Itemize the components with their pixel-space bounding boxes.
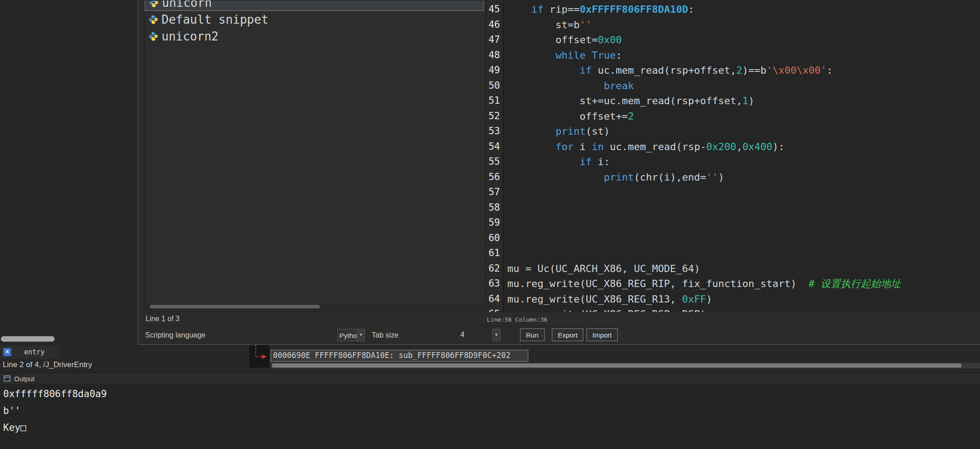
code-token: 0xFF — [682, 293, 706, 305]
language-select-value: Python — [338, 329, 357, 341]
tab-entry[interactable]: × entry — [1, 346, 60, 358]
code-line[interactable]: 54 for i in uc.mem_read(rsp-0x200,0x400)… — [486, 139, 901, 155]
scripting-language-label: Scripting language — [145, 331, 206, 339]
code-line[interactable]: 49 if uc.mem_read(rsp+offset,2)==b'\x00\… — [486, 63, 901, 78]
code-text: while True: — [503, 48, 622, 63]
code-line[interactable]: 57 — [486, 185, 901, 200]
close-tab-icon[interactable]: × — [3, 348, 11, 356]
chevron-down-icon[interactable]: ▼ — [492, 329, 500, 341]
line-number: 65 — [486, 307, 503, 312]
code-token: print — [556, 126, 586, 137]
tab-size-value[interactable]: 4 — [460, 331, 465, 339]
code-token: mu.reg_write(UC_X86_REG_RIP, fix_functio… — [507, 278, 808, 289]
export-button[interactable]: Export — [552, 328, 583, 341]
code-token: 1 — [743, 95, 748, 106]
code-text: print(chr(i),end='') — [503, 170, 724, 185]
snippet-list-status: Line 1 of 3 — [146, 315, 180, 323]
code-token: print — [604, 172, 634, 183]
disasm-address-hint: 0000690E FFFFF806FF8DA10E: sub_FFFFF806F… — [271, 350, 528, 362]
snippet-list-item[interactable]: unicorn — [145, 0, 484, 11]
code-line[interactable]: 62mu = Uc(UC_ARCH_X86, UC_MODE_64) — [486, 261, 901, 277]
script-editor[interactable]: 45 if rip==0xFFFFF806FF8DA10D:46 st=b''4… — [486, 0, 980, 312]
code-text — [503, 246, 507, 261]
code-line[interactable]: 63mu.reg_write(UC_X86_REG_RIP, fix_funct… — [486, 276, 901, 292]
output-line: Key□ — [0, 419, 980, 436]
code-text: mu.reg_write(UC_X86_REG_RSP, RSP) — [503, 307, 706, 312]
cursor-position-status: Line:56 Column:36 — [487, 316, 547, 323]
code-line[interactable]: 64mu.reg_write(UC_X86_REG_R13, 0xFF) — [486, 292, 901, 307]
code-line[interactable]: 60 — [486, 231, 901, 246]
output-panel[interactable]: 0xfffff806ff8da0a9b''Key□ — [0, 384, 980, 449]
import-button[interactable]: Import — [586, 328, 618, 341]
code-text — [503, 185, 507, 200]
output-line: b'' — [0, 403, 980, 419]
code-line[interactable]: 51 st+=uc.mem_read(rsp+offset,1) — [486, 93, 901, 109]
code-line[interactable]: 56 print(chr(i),end='') — [486, 170, 901, 185]
snippet-list-item[interactable]: Default snippet — [145, 11, 484, 28]
code-token: ): — [773, 141, 785, 152]
code-token: mu = Uc(UC_ARCH_X86, UC_MODE_64) — [507, 263, 700, 274]
line-number: 51 — [486, 93, 503, 109]
scrollbar-handle[interactable] — [272, 363, 961, 368]
snippet-list-item[interactable]: unicorn2 — [145, 28, 484, 45]
code-line[interactable]: 45 if rip==0xFFFFF806FF8DA10D: — [486, 2, 901, 17]
code-lines: 45 if rip==0xFFFFF806FF8DA10D:46 st=b''4… — [486, 2, 901, 312]
scrollbar-handle[interactable] — [150, 305, 320, 308]
code-line[interactable]: 47 offset=0x00 — [486, 32, 901, 48]
snippet-list[interactable]: unicornDefault snippetunicorn2 — [144, 0, 485, 311]
code-line[interactable]: 55 if i: — [486, 154, 901, 170]
code-line[interactable]: 53 print(st) — [486, 124, 901, 139]
code-token: break — [604, 80, 634, 91]
line-number: 60 — [486, 231, 503, 246]
code-text: if uc.mem_read(rsp+offset,2)==b'\x00\x00… — [503, 63, 833, 78]
code-token: 0x00 — [598, 34, 622, 45]
code-token: i: — [591, 156, 610, 167]
code-text: offset=0x00 — [503, 32, 622, 48]
code-line[interactable]: 50 break — [486, 78, 901, 94]
line-number: 56 — [486, 170, 503, 185]
line-number: 54 — [486, 139, 503, 155]
code-line[interactable]: 61 — [486, 246, 901, 261]
code-text: for i in uc.mem_read(rsp-0x200,0x400): — [503, 139, 784, 155]
code-line[interactable]: 65mu.reg_write(UC_X86_REG_RSP, RSP) — [486, 307, 901, 312]
snippet-item-label: Default snippet — [162, 13, 268, 26]
python-icon — [149, 0, 159, 8]
tab-size-label: Tab size — [372, 331, 399, 339]
code-line[interactable]: 46 st=b'' — [486, 17, 901, 33]
code-text — [503, 215, 507, 231]
disasm-hscrollbar[interactable] — [271, 363, 980, 368]
code-token: 0x200 — [706, 141, 736, 152]
code-line[interactable]: 48 while True: — [486, 48, 901, 63]
code-token: '' — [580, 19, 592, 30]
code-token: )==b — [743, 65, 767, 76]
code-line[interactable]: 59 — [486, 215, 901, 231]
snippet-list-hscrollbar[interactable] — [146, 303, 483, 310]
code-token: uc.mem_read(rsp- — [604, 141, 706, 152]
code-token: 2 — [628, 111, 634, 122]
python-icon — [148, 31, 158, 41]
run-button[interactable]: Run — [520, 328, 545, 341]
code-token — [507, 172, 604, 183]
line-number: 62 — [486, 261, 503, 277]
language-select[interactable]: Python ▼ — [338, 329, 365, 341]
code-token: st+=uc.mem_read(rsp+offset, — [507, 95, 743, 106]
output-line: 0xfffff806ff8da0a9 — [0, 386, 980, 403]
code-token: 0x400 — [743, 141, 773, 152]
code-token: if — [580, 65, 592, 76]
code-token — [507, 65, 580, 76]
disasm-status-line: Line 2 of 4, /J_DriverEntry — [3, 360, 92, 369]
line-number: 63 — [486, 276, 503, 292]
code-token — [586, 50, 591, 61]
line-number: 58 — [486, 200, 503, 216]
scrollbar-handle[interactable] — [1, 336, 55, 342]
code-line[interactable]: 52 offset+=2 — [486, 109, 901, 124]
code-token: in — [591, 141, 604, 152]
chevron-down-icon[interactable]: ▼ — [357, 329, 364, 341]
code-token: if — [531, 4, 544, 15]
code-line[interactable]: 58 — [486, 200, 901, 216]
code-token: ) — [748, 95, 754, 106]
code-token: : — [616, 50, 621, 61]
line-number: 50 — [486, 78, 503, 94]
code-token: st=b — [507, 19, 580, 30]
code-text: mu = Uc(UC_ARCH_X86, UC_MODE_64) — [503, 261, 700, 277]
